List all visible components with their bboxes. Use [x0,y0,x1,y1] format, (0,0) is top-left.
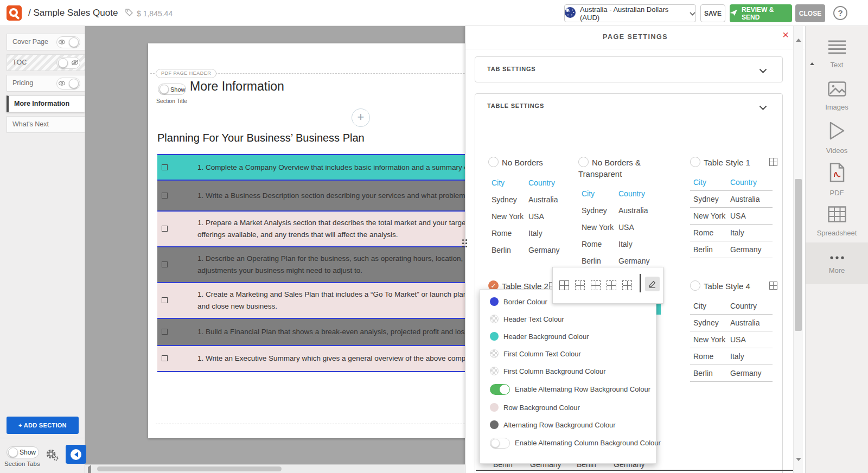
chevron-down-icon[interactable] [759,66,767,75]
transparent-swatch-icon[interactable] [490,315,499,323]
colour-swatch-icon[interactable] [490,332,499,341]
table-row[interactable]: 1. Write a Business Description section … [157,181,465,212]
document-table[interactable]: 1. Complete a Company Overview that incl… [157,154,465,372]
australia-flag-icon [565,7,576,20]
review-send-button[interactable]: REVIEW & SEND [730,4,792,22]
scroll-down-icon[interactable] [796,461,801,471]
horizontal-scrollbar[interactable] [85,464,465,473]
panel-scrollbar[interactable] [793,26,803,473]
row-checkbox[interactable] [162,261,168,267]
visibility-toggle[interactable] [56,36,80,48]
table-style-option-table-style-4[interactable]: Table Style 4CityCountrySydneyAustraliaN… [690,280,780,382]
sidebar-divider [0,438,85,438]
app-logo[interactable] [7,5,22,21]
scroll-left-icon[interactable] [88,467,91,473]
colour-menu-item-enable-alternating-row-background-colour[interactable]: Enable Alternating Row Background Colour [480,380,656,399]
add-block-button[interactable]: + [352,108,370,127]
row-checkbox[interactable] [162,226,168,232]
tool-videos[interactable]: Videos [806,117,868,159]
border-style-button-4[interactable] [607,280,616,290]
section-tabs-toggle[interactable]: Show [7,446,39,458]
colour-menu-item-header-background-colour[interactable]: Header Background Colour [480,328,656,345]
border-style-button-5[interactable] [622,280,632,290]
document-heading[interactable]: Planning For Your Business’ Business Pla… [157,132,365,144]
colour-swatch-icon[interactable] [490,403,499,412]
table-row[interactable]: 1. Write an Executive Summary which give… [157,346,465,372]
radio-icon[interactable] [690,280,700,291]
sidebar-item-pricing[interactable]: Pricing [7,75,85,92]
table-grid-icon[interactable] [769,158,777,166]
table-style-option-no-borders[interactable]: No BordersCityCountrySydneyAustraliaNew … [488,157,575,258]
close-button[interactable]: CLOSE [795,4,825,22]
colour-menu-item-row-background-colour[interactable]: Row Background Colour [480,399,656,416]
table-grid-icon[interactable] [769,282,777,290]
table-settings-label: TABLE SETTINGS [487,103,544,109]
radio-icon[interactable] [488,157,499,167]
document-title[interactable]: / Sample Sales Quote [28,8,118,18]
row-checkbox[interactable] [162,329,168,335]
visibility-toggle[interactable] [56,57,80,69]
table-row[interactable]: 1. Describe an Operating Plan for the bu… [157,247,465,283]
tool-text[interactable]: Text [806,34,868,75]
tool-spreadsheet[interactable]: Spreadsheet [806,201,868,242]
tool-more[interactable]: More [806,242,868,284]
sidebar-item-toc[interactable]: TOC [7,54,85,71]
colour-menu-item-enable-alternating-column-background-colour[interactable]: Enable Alternating Column Background Col… [480,433,656,452]
border-style-button-3[interactable] [591,280,601,290]
panel-scrollbar-thumb[interactable] [795,179,802,331]
preview-row: RomeItaly [690,348,773,365]
radio-icon[interactable] [690,157,700,167]
panel-drag-handle[interactable] [462,239,467,251]
collapse-sidebar-button[interactable] [66,445,86,464]
table-row[interactable]: 1. Create a Marketing and Sales Plan tha… [157,283,465,319]
settings-gear-icon[interactable] [46,449,59,464]
section-title-text[interactable]: More Information [190,79,284,94]
tool-pdf[interactable]: PDF [806,159,868,201]
transparent-swatch-icon[interactable] [490,349,499,358]
currency-dropdown[interactable]: Australia - Australian Dollars (AUD) [564,4,696,22]
edit-colors-button[interactable] [645,277,660,291]
sidebar-item-more-information[interactable]: More Information [7,95,85,112]
section-title-show-toggle[interactable]: Show [158,84,186,95]
help-button[interactable]: ? [833,6,847,20]
toggle-off[interactable] [490,438,510,449]
row-checkbox[interactable] [162,297,168,303]
colour-menu-item-header-text-colour[interactable]: Header Text Colour [480,310,656,328]
table-style-option-table-style-1[interactable]: Table Style 1CityCountrySydneyAustraliaN… [690,157,780,258]
sidebar-item-what-s-next[interactable]: What's Next [7,116,85,133]
text-icon [828,40,846,56]
radio-icon[interactable] [578,157,589,167]
close-panel-icon[interactable]: × [782,29,789,40]
section-tab-list: Cover PageTOCPricingMore InformationWhat… [0,34,85,133]
colour-menu-item-first-column-background-colour[interactable]: First Column Background Colour [480,362,656,380]
chevron-down-icon[interactable] [759,103,767,112]
sidebar-item-label: More Information [9,96,85,112]
colour-swatch-icon[interactable] [490,420,499,429]
transparent-swatch-icon[interactable] [490,367,499,375]
more-icon [829,252,845,262]
colour-menu-item-alternating-row-background-colour[interactable]: Alternating Row Background Colour [480,416,656,433]
pdf-footer-divider [156,424,465,424]
toggle-on[interactable] [490,384,510,395]
save-button[interactable]: SAVE [700,4,725,22]
tool-images[interactable]: Images [806,75,868,117]
preview-row: RomeItaly [690,225,773,241]
add-section-button[interactable]: + ADD SECTION [7,417,79,434]
table-row[interactable]: 1. Build a Financial Plan that shows a b… [157,319,465,346]
border-style-button-2[interactable] [575,280,585,290]
table-row[interactable]: 1. Prepare a Market Analysis section tha… [157,212,465,247]
style-name: No Borders [488,157,575,168]
tab-settings-card[interactable]: TAB SETTINGS [475,56,783,82]
colour-menu-item-first-column-text-colour[interactable]: First Column Text Colour [480,345,656,362]
colour-swatch-icon[interactable] [490,297,499,306]
scroll-up-icon[interactable] [796,29,801,39]
sidebar-item-cover-page[interactable]: Cover Page [7,34,85,50]
border-style-button-1[interactable] [559,280,569,290]
visibility-toggle[interactable] [56,78,80,90]
row-checkbox[interactable] [162,193,168,199]
table-row[interactable]: 1. Complete a Company Overview that incl… [157,155,465,181]
table-style-option-no-borders-transparent[interactable]: No Borders & TransparentCityCountrySydne… [578,157,665,269]
row-checkbox[interactable] [162,355,168,361]
row-checkbox[interactable] [162,164,168,170]
horizontal-scrollbar-thumb[interactable] [97,466,282,471]
